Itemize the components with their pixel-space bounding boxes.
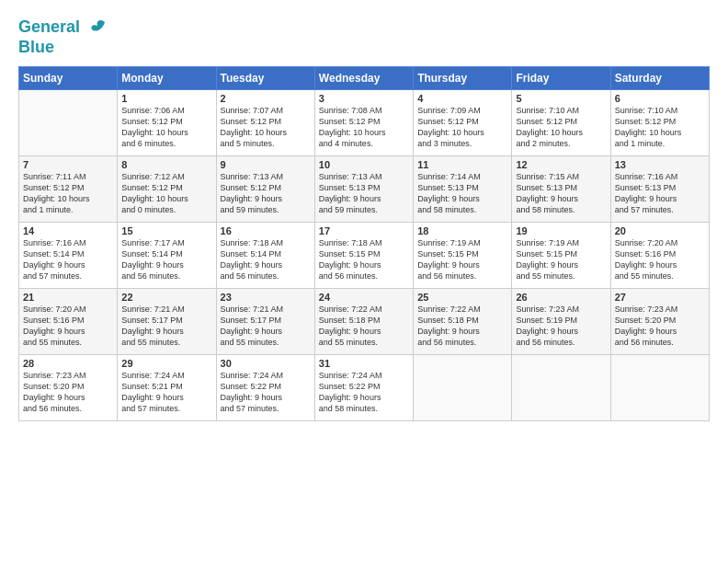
day-info: Sunrise: 7:16 AM Sunset: 5:14 PM Dayligh… [23,237,113,282]
day-number: 5 [516,93,606,104]
day-number: 24 [319,292,409,303]
calendar-cell: 29Sunrise: 7:24 AM Sunset: 5:21 PM Dayli… [118,354,216,420]
day-number: 19 [516,225,606,236]
day-number: 21 [23,292,113,303]
day-info: Sunrise: 7:09 AM Sunset: 5:12 PM Dayligh… [417,105,507,150]
day-info: Sunrise: 7:10 AM Sunset: 5:12 PM Dayligh… [615,105,705,150]
day-info: Sunrise: 7:08 AM Sunset: 5:12 PM Dayligh… [319,105,409,150]
logo-blue: Blue [18,39,108,57]
day-number: 26 [516,292,606,303]
calendar-cell: 13Sunrise: 7:16 AM Sunset: 5:13 PM Dayli… [610,155,709,222]
day-info: Sunrise: 7:19 AM Sunset: 5:15 PM Dayligh… [417,237,507,282]
week-row-5: 28Sunrise: 7:23 AM Sunset: 5:20 PM Dayli… [19,354,710,420]
calendar-cell: 25Sunrise: 7:22 AM Sunset: 5:18 PM Dayli… [414,288,512,354]
day-info: Sunrise: 7:24 AM Sunset: 5:22 PM Dayligh… [221,370,311,415]
calendar-cell: 28Sunrise: 7:23 AM Sunset: 5:20 PM Dayli… [19,354,118,420]
calendar-cell: 27Sunrise: 7:23 AM Sunset: 5:20 PM Dayli… [610,288,709,354]
calendar-cell: 12Sunrise: 7:15 AM Sunset: 5:13 PM Dayli… [512,155,610,222]
day-info: Sunrise: 7:19 AM Sunset: 5:15 PM Dayligh… [516,237,606,282]
day-info: Sunrise: 7:16 AM Sunset: 5:13 PM Dayligh… [615,171,705,216]
weekday-header-wednesday: Wednesday [314,66,413,89]
header: General Blue [18,17,710,57]
week-row-1: 1Sunrise: 7:06 AM Sunset: 5:12 PM Daylig… [19,89,710,155]
day-number: 22 [121,292,211,303]
day-info: Sunrise: 7:20 AM Sunset: 5:16 PM Dayligh… [615,237,705,282]
calendar-cell: 30Sunrise: 7:24 AM Sunset: 5:22 PM Dayli… [216,354,314,420]
calendar-cell: 19Sunrise: 7:19 AM Sunset: 5:15 PM Dayli… [512,222,610,288]
weekday-header-row: SundayMondayTuesdayWednesdayThursdayFrid… [19,66,710,89]
page: General Blue SundayMondayTuesdayWednesda… [0,0,728,563]
day-info: Sunrise: 7:14 AM Sunset: 5:13 PM Dayligh… [417,171,507,216]
day-info: Sunrise: 7:23 AM Sunset: 5:20 PM Dayligh… [23,370,113,415]
calendar-cell [512,354,610,420]
calendar-cell: 22Sunrise: 7:21 AM Sunset: 5:17 PM Dayli… [118,288,216,354]
week-row-2: 7Sunrise: 7:11 AM Sunset: 5:12 PM Daylig… [19,155,710,222]
day-number: 31 [319,358,409,369]
day-number: 2 [221,93,311,104]
weekday-header-sunday: Sunday [19,66,118,89]
day-number: 4 [417,93,507,104]
calendar-cell: 2Sunrise: 7:07 AM Sunset: 5:12 PM Daylig… [216,89,314,155]
logo-text: General [18,17,108,39]
day-info: Sunrise: 7:17 AM Sunset: 5:14 PM Dayligh… [121,237,211,282]
day-info: Sunrise: 7:24 AM Sunset: 5:22 PM Dayligh… [319,370,409,415]
day-info: Sunrise: 7:07 AM Sunset: 5:12 PM Dayligh… [221,105,311,150]
calendar-cell: 11Sunrise: 7:14 AM Sunset: 5:13 PM Dayli… [414,155,512,222]
day-info: Sunrise: 7:24 AM Sunset: 5:21 PM Dayligh… [121,370,211,415]
day-info: Sunrise: 7:13 AM Sunset: 5:12 PM Dayligh… [221,171,311,216]
week-row-3: 14Sunrise: 7:16 AM Sunset: 5:14 PM Dayli… [19,222,710,288]
day-info: Sunrise: 7:10 AM Sunset: 5:12 PM Dayligh… [516,105,606,150]
day-number: 6 [615,93,705,104]
day-number: 30 [221,358,311,369]
weekday-header-saturday: Saturday [610,66,709,89]
calendar-cell: 16Sunrise: 7:18 AM Sunset: 5:14 PM Dayli… [216,222,314,288]
day-info: Sunrise: 7:11 AM Sunset: 5:12 PM Dayligh… [23,171,113,216]
calendar-cell: 15Sunrise: 7:17 AM Sunset: 5:14 PM Dayli… [118,222,216,288]
day-number: 23 [221,292,311,303]
calendar-cell: 10Sunrise: 7:13 AM Sunset: 5:13 PM Dayli… [314,155,413,222]
day-number: 29 [121,358,211,369]
calendar-cell: 8Sunrise: 7:12 AM Sunset: 5:12 PM Daylig… [118,155,216,222]
day-number: 15 [121,225,211,236]
day-number: 7 [23,159,113,170]
day-number: 3 [319,93,409,104]
calendar-cell: 4Sunrise: 7:09 AM Sunset: 5:12 PM Daylig… [414,89,512,155]
calendar-table: SundayMondayTuesdayWednesdayThursdayFrid… [18,66,710,421]
day-info: Sunrise: 7:12 AM Sunset: 5:12 PM Dayligh… [121,171,211,216]
calendar-cell: 26Sunrise: 7:23 AM Sunset: 5:19 PM Dayli… [512,288,610,354]
weekday-header-friday: Friday [512,66,610,89]
day-number: 28 [23,358,113,369]
day-info: Sunrise: 7:21 AM Sunset: 5:17 PM Dayligh… [221,304,311,349]
calendar-cell: 20Sunrise: 7:20 AM Sunset: 5:16 PM Dayli… [610,222,709,288]
calendar-cell [610,354,709,420]
day-number: 25 [417,292,507,303]
day-info: Sunrise: 7:23 AM Sunset: 5:19 PM Dayligh… [516,304,606,349]
day-info: Sunrise: 7:20 AM Sunset: 5:16 PM Dayligh… [23,304,113,349]
day-number: 13 [615,159,705,170]
day-number: 9 [221,159,311,170]
day-number: 1 [121,93,211,104]
calendar-cell [414,354,512,420]
logo: General Blue [18,17,108,57]
day-number: 12 [516,159,606,170]
weekday-header-tuesday: Tuesday [216,66,314,89]
day-info: Sunrise: 7:22 AM Sunset: 5:18 PM Dayligh… [319,304,409,349]
calendar-cell: 9Sunrise: 7:13 AM Sunset: 5:12 PM Daylig… [216,155,314,222]
calendar-cell: 6Sunrise: 7:10 AM Sunset: 5:12 PM Daylig… [610,89,709,155]
weekday-header-thursday: Thursday [414,66,512,89]
day-info: Sunrise: 7:06 AM Sunset: 5:12 PM Dayligh… [121,105,211,150]
calendar-cell: 7Sunrise: 7:11 AM Sunset: 5:12 PM Daylig… [19,155,118,222]
day-info: Sunrise: 7:15 AM Sunset: 5:13 PM Dayligh… [516,171,606,216]
calendar-cell: 14Sunrise: 7:16 AM Sunset: 5:14 PM Dayli… [19,222,118,288]
calendar-cell: 31Sunrise: 7:24 AM Sunset: 5:22 PM Dayli… [314,354,413,420]
calendar-cell: 3Sunrise: 7:08 AM Sunset: 5:12 PM Daylig… [314,89,413,155]
calendar-cell [19,89,118,155]
day-info: Sunrise: 7:18 AM Sunset: 5:14 PM Dayligh… [221,237,311,282]
week-row-4: 21Sunrise: 7:20 AM Sunset: 5:16 PM Dayli… [19,288,710,354]
calendar-cell: 24Sunrise: 7:22 AM Sunset: 5:18 PM Dayli… [314,288,413,354]
day-number: 8 [121,159,211,170]
day-info: Sunrise: 7:21 AM Sunset: 5:17 PM Dayligh… [121,304,211,349]
calendar-cell: 17Sunrise: 7:18 AM Sunset: 5:15 PM Dayli… [314,222,413,288]
day-number: 18 [417,225,507,236]
day-info: Sunrise: 7:22 AM Sunset: 5:18 PM Dayligh… [417,304,507,349]
